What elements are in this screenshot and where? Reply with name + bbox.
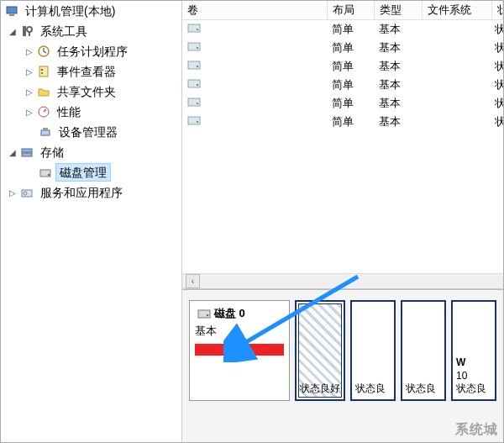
- disk-icon: [38, 165, 53, 180]
- cell-type: 基本: [374, 78, 421, 92]
- cell-status: 状态良: [490, 78, 503, 92]
- volume-row[interactable]: 简单基本状态良: [182, 20, 503, 39]
- tree-storage[interactable]: ◢ 存储: [1, 142, 181, 162]
- expand-icon[interactable]: ▷: [24, 107, 34, 118]
- perf-icon: [36, 104, 51, 119]
- volume-row[interactable]: 简单基本状态良: [182, 76, 503, 94]
- cell-layout: 简单: [327, 23, 374, 37]
- disk-row[interactable]: 磁盘 0 基本 状态良好状态良状态良W10状态良: [189, 300, 496, 401]
- tree-root[interactable]: 计算机管理(本地): [1, 1, 181, 21]
- services-icon: [19, 185, 34, 200]
- svg-rect-13: [22, 153, 32, 156]
- device-icon: [38, 124, 53, 140]
- partition-status: 状态良: [406, 382, 441, 396]
- expand-icon[interactable]: ▷: [24, 46, 34, 57]
- disk-header[interactable]: 磁盘 0 基本: [189, 300, 290, 401]
- cell-status: 状态良: [490, 115, 503, 129]
- tree-event-viewer[interactable]: ▷ 事件查看器: [1, 61, 181, 82]
- volume-row[interactable]: 简单基本状态良: [182, 57, 503, 76]
- svg-point-21: [197, 47, 198, 49]
- tree-devmgr-label: 设备管理器: [55, 124, 121, 140]
- collapse-icon[interactable]: ◢: [8, 147, 18, 158]
- partition[interactable]: 状态良好: [295, 300, 345, 401]
- cell-status: 状态良: [490, 41, 503, 55]
- tree-services[interactable]: ▷ 服务和应用程序: [1, 182, 181, 203]
- expand-icon[interactable]: ▷: [8, 187, 18, 198]
- cell-layout: 简单: [327, 97, 374, 111]
- tree-event-viewer-label: 事件查看器: [54, 63, 119, 80]
- volume-icon: [187, 78, 201, 88]
- svg-point-23: [197, 66, 198, 67]
- tree-task-sched[interactable]: ▷ 任务计划程序: [1, 41, 181, 61]
- cell-status: 状态良: [490, 97, 503, 111]
- expand-icon[interactable]: ▷: [24, 87, 34, 98]
- tree-storage-label: 存储: [37, 144, 67, 161]
- clock-icon: [36, 44, 51, 59]
- col-layout[interactable]: 布局: [328, 1, 375, 19]
- cell-status: 状态良: [490, 23, 503, 37]
- cell-type: 基本: [374, 41, 421, 55]
- disk-management-window: 计算机管理(本地) ◢ 系统工具 ▷ 任务计划程序 ▷ 事件查看器 ▷: [0, 0, 504, 443]
- tree-sys-tools-label: 系统工具: [37, 23, 91, 40]
- partitions: 状态良好状态良状态良W10状态良: [295, 300, 496, 401]
- svg-rect-30: [198, 310, 210, 318]
- tree-root-label: 计算机管理(本地): [22, 3, 118, 19]
- event-icon: [36, 64, 51, 79]
- svg-rect-20: [188, 43, 200, 50]
- svg-rect-8: [41, 72, 43, 74]
- cell-status: 状态良: [490, 60, 503, 74]
- computer-icon: [4, 3, 19, 18]
- col-volume[interactable]: 卷: [182, 1, 328, 19]
- tools-icon: [19, 24, 34, 39]
- tree-services-label: 服务和应用程序: [37, 184, 126, 201]
- volume-icon: [187, 41, 201, 51]
- cell-layout: 简单: [327, 78, 374, 92]
- cell-type: 基本: [374, 115, 421, 129]
- cell-layout: 简单: [327, 115, 374, 129]
- cell-type: 基本: [374, 97, 421, 111]
- disk-size-redacted: [195, 344, 284, 356]
- svg-rect-0: [7, 7, 17, 13]
- partition-status: 状态良: [355, 382, 391, 396]
- col-status[interactable]: 状态: [492, 1, 503, 19]
- volume-row[interactable]: 简单基本状态良: [182, 113, 503, 131]
- volume-list-pane: 卷 布局 类型 文件系统 状态 简单基本状态良简单基本状态良简单基本状态良简单基…: [182, 1, 503, 289]
- tree-devmgr[interactable]: 设备管理器: [1, 122, 181, 142]
- svg-rect-28: [188, 117, 200, 124]
- volume-icon: [187, 97, 201, 107]
- volume-row[interactable]: 简单基本状态良: [182, 39, 503, 57]
- volume-icon: [187, 115, 201, 125]
- svg-rect-24: [188, 80, 200, 87]
- disk-type: 基本: [195, 324, 284, 339]
- partition[interactable]: 状态良: [350, 300, 396, 401]
- cell-type: 基本: [374, 23, 421, 37]
- svg-rect-1: [9, 14, 14, 16]
- svg-point-29: [197, 121, 198, 123]
- collapse-icon[interactable]: ◢: [8, 26, 18, 37]
- svg-point-31: [207, 314, 208, 316]
- svg-rect-12: [22, 149, 32, 152]
- volume-row[interactable]: 简单基本状态良: [182, 94, 503, 113]
- svg-rect-6: [39, 66, 48, 76]
- volume-icon: [187, 23, 201, 33]
- nav-tree: 计算机管理(本地) ◢ 系统工具 ▷ 任务计划程序 ▷ 事件查看器 ▷: [1, 1, 182, 442]
- svg-point-25: [197, 84, 198, 86]
- watermark: 系统城: [455, 421, 498, 439]
- svg-rect-11: [43, 128, 48, 130]
- partition-status: 状态良好: [300, 382, 340, 396]
- tree-perf-label: 性能: [54, 103, 84, 120]
- tree-perf[interactable]: ▷ 性能: [1, 102, 181, 122]
- scroll-left-button[interactable]: ‹: [186, 274, 200, 288]
- tree-diskmgmt[interactable]: 磁盘管理: [1, 162, 181, 182]
- col-type[interactable]: 类型: [375, 1, 423, 19]
- tree-sys-tools[interactable]: ◢ 系统工具: [1, 21, 181, 41]
- partition[interactable]: 状态良: [401, 300, 446, 401]
- cell-layout: 简单: [327, 60, 374, 74]
- col-fs[interactable]: 文件系统: [423, 1, 492, 19]
- partition[interactable]: W10状态良: [451, 300, 496, 401]
- horizontal-scrollbar[interactable]: ‹: [182, 273, 503, 288]
- tree-shared[interactable]: ▷ 共享文件夹: [1, 82, 181, 102]
- folder-icon: [36, 84, 51, 99]
- expand-icon[interactable]: ▷: [24, 66, 34, 77]
- tree-diskmgmt-label: 磁盘管理: [55, 163, 111, 182]
